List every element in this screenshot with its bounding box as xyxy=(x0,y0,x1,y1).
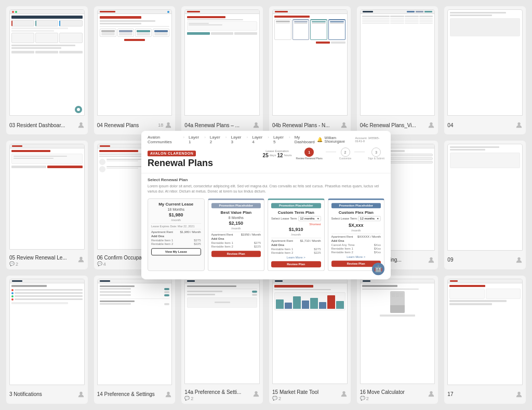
card-preference-settings[interactable]: 14 Preference & Settings xyxy=(94,276,176,404)
user-icon-9 xyxy=(428,256,435,264)
nav-layer2[interactable]: Layer 2 xyxy=(210,135,221,144)
account-number: Account: 345565-0141-0 xyxy=(355,136,384,143)
step-3[interactable]: 3 Sign & Submit xyxy=(368,147,384,160)
card-footer-14: 15 Market Rate Tool 💬 2 xyxy=(269,384,351,404)
svg-point-14 xyxy=(430,391,433,394)
card-title-2: 04 Renewal Plans xyxy=(97,122,158,128)
svg-point-3 xyxy=(342,122,345,125)
card-preview-7 xyxy=(9,144,85,249)
plan-current-duration: 18 Months xyxy=(151,208,201,211)
nav-layer4[interactable]: Layer 4 xyxy=(252,135,263,144)
days-count: 25 xyxy=(263,153,269,158)
plan-best-value-addon1-name: Rentable Item 1 xyxy=(211,241,233,244)
step-1-badge: 1 xyxy=(304,147,314,157)
plan-custom-flex-select[interactable]: 12 months ▾ xyxy=(358,216,381,221)
card-04-partial[interactable]: 04 xyxy=(444,6,526,134)
card-preview-16 xyxy=(447,279,523,385)
overlay-brand-section: AVALON CLARENDON Renewal Plans xyxy=(148,147,213,171)
user-icon-2 xyxy=(165,121,172,129)
card-footer-15: 16 Move Calculator 💬 2 xyxy=(357,384,438,404)
plan-custom-flex-rent-value: $XXXXX / Month xyxy=(357,235,381,238)
plan-custom-flex-addon1-price: $Xxx xyxy=(374,247,381,250)
plan-custom-flex-addon1-name: Rentable Item 1 xyxy=(331,247,353,250)
card-renewal-plans-c[interactable]: 04c Renewal Plans_Vi... xyxy=(357,6,438,134)
nav-my-dashboard[interactable]: My Dashboard xyxy=(295,135,317,144)
select-chevron-icon: ▾ xyxy=(317,217,319,220)
plan-custom-term-select-value: 12 months xyxy=(300,217,315,220)
plan-best-value-price: $2,150 xyxy=(211,221,261,226)
card-title-16: 17 xyxy=(447,391,515,397)
step-connector-2 xyxy=(354,152,365,152)
plan-custom-term: Promotion Placeholder Custom Term Plan S… xyxy=(268,198,325,271)
plan-best-value-name: Best Value Plan xyxy=(211,210,261,215)
chatbot-container[interactable]: 🤖 xyxy=(372,263,384,275)
card-09[interactable]: 09 xyxy=(444,141,526,269)
card-preview-1 xyxy=(9,9,85,116)
card-preference-settings-a[interactable]: 14a Preference & Setti... 💬 2 xyxy=(181,276,263,404)
svg-point-13 xyxy=(342,391,345,394)
nav-layer5[interactable]: Layer 5 xyxy=(273,135,285,144)
nav-layer3[interactable]: Layer 3 xyxy=(231,135,243,144)
plan-custom-flex-addon2: Rentable Item 2 $Xxx xyxy=(331,251,381,254)
comment-count-13: 2 xyxy=(191,396,193,401)
user-icon-16 xyxy=(515,391,523,398)
svg-point-10 xyxy=(79,392,82,394)
select-plan-label: Select Renewal Plan xyxy=(148,177,384,182)
plan-custom-term-addon2-name: Rentable Item 2 xyxy=(271,251,293,254)
plan-custom-term-addon1-name: Rentable Item 1 xyxy=(271,248,293,251)
card-preview-15 xyxy=(360,279,435,384)
svg-point-11 xyxy=(167,392,170,394)
user-icon-11 xyxy=(77,391,85,398)
plan-custom-term-name: Custom Term Plan xyxy=(271,210,321,215)
chatbot-icon[interactable]: 🤖 xyxy=(372,263,384,275)
select-chevron-flex-icon: ▾ xyxy=(377,217,379,220)
review-plan-best-value-button[interactable]: Review Plan xyxy=(211,251,261,257)
comment-count-14: 2 xyxy=(278,396,281,401)
step-1[interactable]: 1 Review Renewal Plans xyxy=(296,147,323,160)
overlay-title-row: AVALON CLARENDON Renewal Plans Lease Exp… xyxy=(148,147,384,171)
plan-custom-flex-addon2-price: $Xxx xyxy=(374,251,381,254)
card-renewal-plans-a[interactable]: 04a Renewal Plans – ... xyxy=(181,6,263,134)
svg-point-2 xyxy=(255,122,257,125)
card-preview-5 xyxy=(360,9,435,116)
card-renewal-plans[interactable]: 04 Renewal Plans 18 xyxy=(94,6,176,134)
plan-custom-flex: Promotion Placeholder Custom Flex Plan S… xyxy=(328,198,385,271)
step-2-badge: 2 xyxy=(341,147,350,157)
overlay-body: Select Renewal Plan Lorem ipsum dolor si… xyxy=(141,173,391,275)
nav-layer1[interactable]: Layer 1 xyxy=(189,135,200,144)
notification-bell[interactable]: 🔔 xyxy=(317,137,323,142)
plan-custom-term-learn-more[interactable]: Learn More > xyxy=(271,256,321,259)
plan-custom-term-promo-bar: Promotion Placeholder xyxy=(271,203,321,208)
card-move-calculator[interactable]: 16 Move Calculator 💬 2 xyxy=(357,276,438,404)
card-market-rate[interactable]: 15 Market Rate Tool 💬 2 xyxy=(269,276,351,404)
plan-custom-term-select[interactable]: 12 months ▾ xyxy=(298,216,321,221)
nav-avalon-communities[interactable]: Avalon Communities xyxy=(148,135,179,144)
card-preview-13 xyxy=(184,279,260,384)
card-renewal-plans-b[interactable]: 04b Renewal Plans - N... xyxy=(269,6,351,134)
card-title-7: 05 Review Renewal Le... xyxy=(9,255,67,261)
card-preview-12 xyxy=(97,279,172,385)
plan-current-apartment-value: $1,980 / Month xyxy=(180,230,201,234)
card-notifications[interactable]: 3 Notifications xyxy=(6,276,88,404)
plan-custom-flex-promo-bar: Promotion Placeholder xyxy=(331,203,381,208)
plan-custom-term-rent-value: $1,710 / Month xyxy=(300,239,321,242)
svg-point-1 xyxy=(167,122,170,125)
overlay-footer: 🤖 xyxy=(141,275,391,279)
card-17[interactable]: 17 xyxy=(444,276,526,404)
plan-current-addon1: Rentable Item 1 $275 xyxy=(151,239,201,242)
review-plan-custom-term-button[interactable]: Review Plan xyxy=(271,261,321,267)
plan-best-value-addon2: Rentable Item 2 $225 xyxy=(211,245,261,248)
plan-custom-flex-learn-more[interactable]: Learn More > xyxy=(331,255,381,258)
user-icon-6 xyxy=(515,121,523,129)
step-2[interactable]: 2 Customize xyxy=(339,147,352,160)
plan-current-apartment-rent-row: Apartment Rent $1,980 / Month xyxy=(151,229,201,234)
plan-current-addon1-name: Rentable Item 1 xyxy=(151,239,173,242)
user-icon-4 xyxy=(340,121,348,129)
lease-expiry-area: Lease Expiration 25 days 12 hours xyxy=(263,149,292,158)
card-title-14: 15 Market Rate Tool xyxy=(272,389,318,395)
card-resident-dashboard[interactable]: 03 Resident Dashboar... xyxy=(6,6,88,134)
view-my-lease-button[interactable]: View My Lease xyxy=(151,248,201,255)
card-footer-16: 17 xyxy=(444,385,526,404)
user-icon-14 xyxy=(340,390,348,398)
card-review-renewal[interactable]: 05 Review Renewal Le... 💬 2 xyxy=(6,141,88,269)
